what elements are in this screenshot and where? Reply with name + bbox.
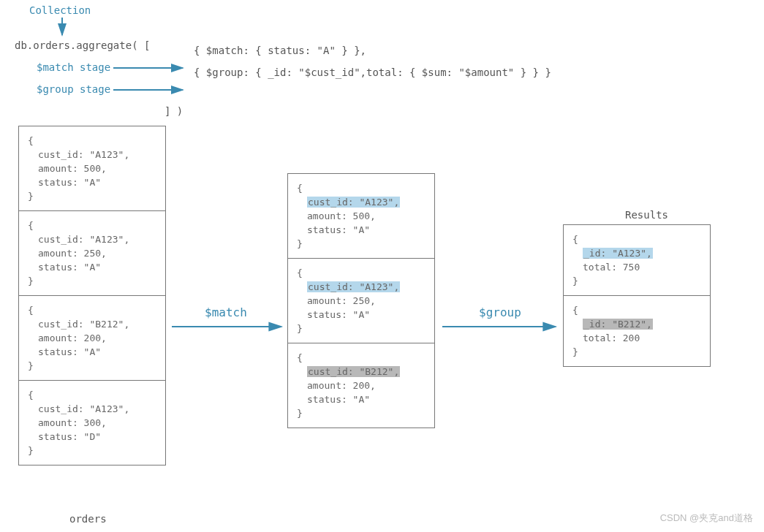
matched-doc: {cust_id: "B212",amount: 200,status: "A"… (288, 343, 434, 428)
results-doc: {_id: "B212",total: 200} (564, 296, 710, 366)
orders-doc: {cust_id: "A123",amount: 250,status: "A"… (19, 211, 165, 296)
results-doc: {_id: "A123",total: 750} (564, 225, 710, 296)
aggregate-open: db.orders.aggregate( [ (15, 39, 150, 51)
orders-doc: {cust_id: "B212",amount: 200,status: "A"… (19, 296, 165, 381)
matched-doc: {cust_id: "A123",amount: 500,status: "A"… (288, 174, 434, 259)
matched-column: {cust_id: "A123",amount: 500,status: "A"… (287, 173, 435, 428)
orders-column: {cust_id: "A123",amount: 500,status: "A"… (18, 126, 166, 466)
results-caption: Results (625, 209, 668, 221)
matched-doc: {cust_id: "A123",amount: 250,status: "A"… (288, 259, 434, 343)
aggregate-close: ] ) (164, 105, 183, 117)
orders-doc: {cust_id: "A123",amount: 300,status: "D"… (19, 381, 165, 465)
watermark: CSDN @夹克and道格 (660, 512, 753, 525)
match-line: { $match: { status: "A" } }, (194, 39, 551, 61)
match-stage-label: $match stage (37, 61, 110, 73)
orders-doc: {cust_id: "A123",amount: 500,status: "A"… (19, 126, 165, 211)
pipeline-code: { $match: { status: "A" } }, { $group: {… (194, 39, 551, 83)
results-column: {_id: "A123",total: 750} {_id: "B212",to… (563, 224, 711, 367)
collection-label: Collection (29, 4, 91, 16)
group-stage-label: $group stage (37, 83, 110, 95)
group-arrow-label: $group (479, 305, 521, 319)
group-line: { $group: { _id: "$cust_id",total: { $su… (194, 61, 551, 83)
orders-caption: orders (69, 513, 107, 525)
match-arrow-label: $match (205, 305, 247, 319)
